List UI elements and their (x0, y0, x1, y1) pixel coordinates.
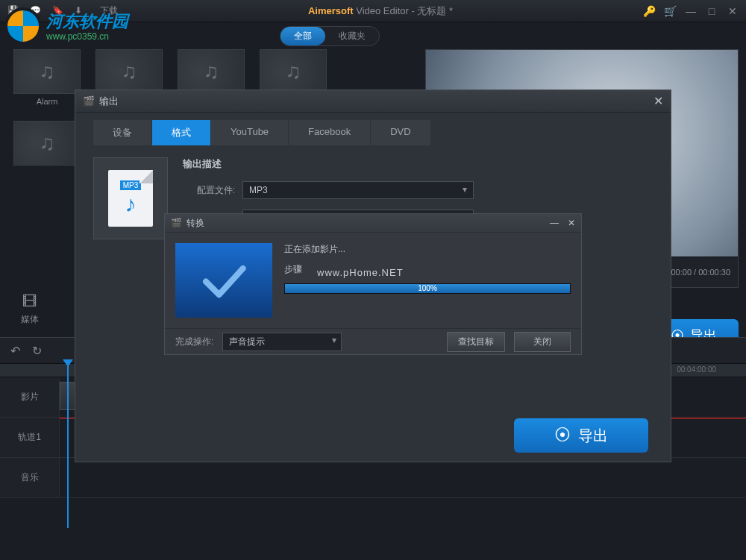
after-action-label: 完成操作: (175, 336, 213, 348)
step-text: 步骤 (284, 263, 571, 276)
tab-favorites[interactable]: 收藏夹 (325, 27, 379, 45)
format-badge: MP3 (120, 180, 142, 190)
redo-button[interactable]: ↻ (32, 344, 42, 358)
reel-icon: ⦿ (554, 426, 571, 445)
music-icon: ♫ (40, 131, 55, 155)
status-text: 正在添加影片... (284, 243, 571, 256)
filmstrip-icon: 🎞 (22, 293, 37, 310)
tab-youtube[interactable]: YouTube (211, 120, 289, 145)
close-button[interactable]: ✕ (568, 218, 575, 228)
track-music: 音乐 (0, 458, 746, 498)
music-icon: ♫ (40, 60, 55, 84)
tab-dvd[interactable]: DVD (371, 120, 430, 145)
music-icon: ♫ (286, 60, 301, 84)
window-title: Aimersoft Video Editor - 无标题 * (118, 4, 643, 18)
download-label[interactable]: 下载 (100, 4, 118, 17)
export-confirm-button[interactable]: ⦿ 导出 (514, 418, 648, 453)
progress-dialog: 🎬 转换 — ✕ 正在添加影片... 步骤 100% 完成操作: 声音提示 查找… (164, 213, 582, 355)
minimize-button[interactable]: — (550, 218, 559, 228)
undo-button[interactable]: ↶ (10, 344, 20, 358)
media-item[interactable]: ♫ Alarm (13, 49, 81, 106)
dialog-close-button[interactable]: ✕ (653, 94, 663, 108)
progress-title-bar: 🎬 转换 — ✕ (165, 214, 581, 233)
progress-percent: 100% (285, 284, 570, 293)
tab-facebook[interactable]: Facebook (289, 120, 371, 145)
export-dialog-title: 🎬 输出 ✕ (75, 90, 671, 113)
music-icon: ♫ (122, 60, 137, 84)
format-preview: MP3 ♪ (93, 157, 168, 239)
export-desc-label: 输出描述 (183, 157, 653, 171)
music-icon: ♫ (204, 60, 219, 84)
titlebar: 💾 💬 🔖 ⬇ 下载 Aimersoft Video Editor - 无标题 … (0, 0, 746, 22)
download-icon[interactable]: ⬇ (75, 5, 87, 17)
profile-select[interactable]: MP3 (242, 181, 474, 199)
cart-icon[interactable]: 🛒 (664, 5, 676, 17)
close-button[interactable]: ✕ (727, 5, 739, 17)
media-item[interactable]: ♫ (13, 121, 81, 177)
profile-label: 配置文件: (183, 184, 235, 197)
bookmark-icon[interactable]: 🔖 (52, 5, 64, 17)
save-icon[interactable]: 💾 (7, 5, 19, 17)
export-tabs: 设备 格式 YouTube Facebook DVD (93, 120, 653, 145)
convert-icon: 🎬 (171, 218, 182, 228)
success-icon (175, 243, 272, 318)
playhead[interactable] (67, 364, 69, 528)
progress-bar: 100% (284, 283, 571, 294)
tab-device[interactable]: 设备 (93, 120, 152, 145)
close-button-dialog[interactable]: 关闭 (514, 332, 571, 352)
media-tab-button[interactable]: 🎞 媒体 (7, 287, 52, 332)
music-icon: ♪ (125, 192, 137, 217)
minimize-button[interactable]: — (685, 5, 697, 17)
find-target-button[interactable]: 查找目标 (447, 332, 505, 352)
maximize-button[interactable]: □ (706, 5, 718, 17)
tab-all[interactable]: 全部 (280, 27, 325, 45)
key-icon[interactable]: 🔑 (643, 5, 655, 17)
after-action-select[interactable]: 声音提示 (222, 333, 342, 351)
export-icon: 🎬 (83, 95, 95, 107)
filter-tabs: 全部 收藏夹 (280, 26, 380, 46)
tab-format[interactable]: 格式 (152, 120, 211, 145)
message-icon[interactable]: 💬 (30, 5, 42, 17)
